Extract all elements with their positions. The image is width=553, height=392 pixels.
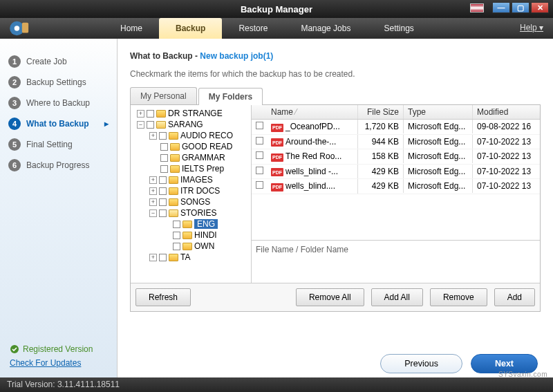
tab-my-personal[interactable]: My Personal — [130, 87, 197, 104]
tree-label[interactable]: STORIES — [180, 208, 216, 218]
tree-label[interactable]: AUDIO RECO — [180, 131, 233, 140]
tree-label[interactable]: SARANG — [168, 120, 203, 129]
file-row[interactable]: PDF_OceanofPD...1,720 KBMicrosoft Edg...… — [252, 120, 540, 135]
close-button[interactable]: ✕ — [531, 2, 549, 13]
file-row[interactable]: PDFwells_blind -...429 KBMicrosoft Edg..… — [252, 165, 540, 180]
status-bar: Trial Version: 3.11.4111.18511 — [0, 377, 553, 392]
folder-tree[interactable]: +DR STRANGE−SARANG+AUDIO RECOGOOD READGR… — [131, 105, 252, 283]
tree-label[interactable]: DR STRANGE — [168, 109, 223, 118]
tree-node[interactable]: GRAMMAR — [132, 152, 250, 163]
refresh-button[interactable]: Refresh — [135, 288, 191, 306]
tree-checkbox[interactable] — [159, 176, 167, 184]
tree-node[interactable]: +DR STRANGE — [132, 108, 250, 119]
tree-node[interactable]: −SARANG — [132, 119, 250, 130]
tree-checkbox[interactable] — [147, 110, 154, 118]
tree-node[interactable]: +ITR DOCS — [132, 185, 250, 196]
tree-node[interactable]: +TA — [132, 252, 250, 263]
tree-label[interactable]: GOOD READ — [182, 142, 232, 151]
step-backup-progress[interactable]: 6Backup Progress — [6, 155, 111, 176]
add-all-button[interactable]: Add All — [371, 288, 423, 306]
col-modified: Modified — [473, 105, 540, 119]
file-list[interactable]: Name File Size Type Modified PDF_Oceanof… — [252, 105, 540, 240]
tree-checkbox[interactable] — [173, 243, 180, 250]
expand-icon[interactable]: + — [149, 132, 157, 140]
step-where-to-backup[interactable]: 3Where to Backup — [6, 93, 111, 113]
check-updates-link[interactable]: Check For Updates — [10, 358, 81, 368]
expand-icon[interactable]: + — [137, 110, 144, 118]
tree-checkbox[interactable] — [159, 254, 167, 261]
tree-checkbox[interactable] — [160, 143, 168, 151]
locale-flag-icon[interactable] — [470, 3, 484, 12]
menu-restore[interactable]: Restore — [222, 18, 284, 39]
remove-button[interactable]: Remove — [430, 288, 487, 306]
content-body: 1Create Job 2Backup Settings 3Where to B… — [0, 39, 553, 377]
tree-label[interactable]: OWN — [194, 241, 214, 251]
tree-checkbox[interactable] — [160, 165, 168, 173]
previous-button[interactable]: Previous — [380, 354, 462, 373]
file-type: Microsoft Edg... — [404, 179, 473, 193]
file-modified: 09-08-2022 16 — [473, 120, 540, 133]
expand-icon[interactable]: + — [149, 254, 157, 261]
remove-all-button[interactable]: Remove All — [296, 288, 364, 306]
tree-label[interactable]: ENG — [194, 219, 218, 229]
file-checkbox[interactable] — [256, 181, 263, 189]
file-name: wells_blind -... — [285, 167, 338, 176]
expand-icon[interactable]: + — [149, 176, 157, 184]
tree-checkbox[interactable] — [159, 198, 167, 206]
file-row[interactable]: PDFwells_blind....429 KBMicrosoft Edg...… — [252, 179, 540, 194]
step-final-setting[interactable]: 5Final Setting — [6, 134, 111, 155]
tree-checkbox[interactable] — [160, 154, 168, 162]
collapse-icon[interactable]: − — [149, 209, 157, 217]
tree-label[interactable]: GRAMMAR — [182, 153, 225, 162]
menu-backup[interactable]: Backup — [159, 18, 222, 39]
tree-node[interactable]: +AUDIO RECO — [132, 130, 250, 141]
step-create-job[interactable]: 1Create Job — [6, 51, 111, 72]
minimize-button[interactable]: — — [492, 2, 510, 13]
tree-node[interactable]: −STORIES — [132, 207, 250, 218]
tree-node[interactable]: IELTS Prep — [132, 163, 250, 174]
tree-label[interactable]: SONGS — [180, 197, 210, 207]
tree-checkbox[interactable] — [159, 209, 167, 217]
tree-label[interactable]: TA — [180, 252, 190, 262]
registered-label: Registered Version — [10, 344, 107, 354]
menu-settings[interactable]: Settings — [367, 18, 430, 39]
tree-node[interactable]: HINDI — [132, 230, 250, 241]
expand-icon[interactable]: + — [149, 198, 157, 206]
step-backup-settings[interactable]: 2Backup Settings — [6, 72, 111, 93]
tree-checkbox[interactable] — [173, 232, 180, 239]
folder-icon — [182, 232, 192, 239]
file-checkbox[interactable] — [256, 122, 263, 129]
file-checkbox[interactable] — [256, 151, 263, 159]
tree-node[interactable]: +IMAGES — [132, 174, 250, 185]
tree-checkbox[interactable] — [173, 221, 180, 228]
file-row[interactable]: PDFAround-the-...944 KBMicrosoft Edg...0… — [252, 135, 540, 150]
tree-node[interactable]: ENG — [132, 218, 250, 230]
step-what-to-backup[interactable]: 4What to Backup▸ — [6, 113, 111, 134]
file-row[interactable]: PDFThe Red Roo...158 KBMicrosoft Edg...0… — [252, 149, 540, 165]
menu-manage-jobs[interactable]: Manage Jobs — [284, 18, 367, 39]
tree-label[interactable]: IELTS Prep — [182, 164, 224, 174]
file-checkbox[interactable] — [256, 137, 263, 144]
chevron-right-icon: ▸ — [104, 119, 109, 129]
tree-checkbox[interactable] — [159, 187, 167, 195]
tree-checkbox[interactable] — [147, 121, 154, 129]
add-button[interactable]: Add — [494, 288, 535, 306]
file-checkbox[interactable] — [256, 167, 263, 174]
pdf-icon: PDF — [271, 138, 283, 147]
tree-label[interactable]: IMAGES — [180, 175, 213, 185]
tree-node[interactable]: OWN — [132, 241, 250, 252]
collapse-icon[interactable]: − — [137, 121, 144, 129]
file-list-header[interactable]: Name File Size Type Modified — [252, 105, 540, 120]
tree-label[interactable]: HINDI — [194, 230, 217, 240]
menu-items: Home Backup Restore Manage Jobs Settings — [104, 18, 431, 39]
tree-checkbox[interactable] — [159, 132, 167, 140]
menu-home[interactable]: Home — [104, 18, 159, 39]
tree-node[interactable]: +SONGS — [132, 196, 250, 207]
app-logo-icon — [0, 18, 41, 39]
expand-icon[interactable]: + — [149, 187, 157, 195]
help-link[interactable]: Help ▾ — [520, 23, 543, 32]
tree-node[interactable]: GOOD READ — [132, 141, 250, 152]
tab-my-folders[interactable]: My Folders — [198, 88, 263, 105]
tree-label[interactable]: ITR DOCS — [180, 186, 220, 196]
maximize-button[interactable]: ▢ — [512, 2, 529, 13]
